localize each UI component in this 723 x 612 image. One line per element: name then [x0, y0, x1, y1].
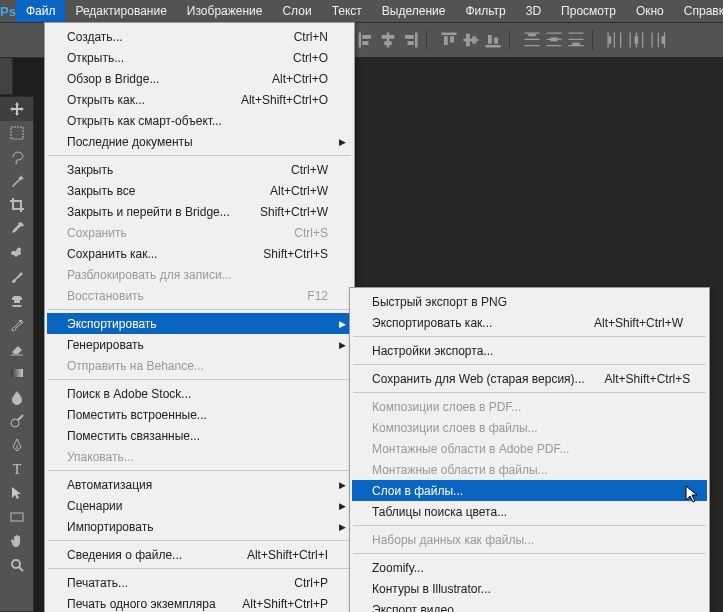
file-menu-item-21[interactable]: Поместить связанные... [47, 425, 352, 446]
file-menu-item-31[interactable]: Печать одного экземпляраAlt+Shift+Ctrl+P [47, 593, 352, 612]
distribute-left-icon[interactable] [605, 30, 625, 50]
file-menu-item-16[interactable]: Генерировать▶ [47, 334, 352, 355]
marquee-tool[interactable] [0, 121, 33, 145]
dodge-tool[interactable] [0, 409, 33, 433]
menu-layers[interactable]: Слои [272, 0, 321, 22]
menu-image[interactable]: Изображение [177, 0, 273, 22]
crop-tool[interactable] [0, 193, 33, 217]
panel-dock-handle[interactable] [0, 57, 13, 95]
file-menu-separator [48, 309, 351, 310]
file-menu-item-19[interactable]: Поиск в Adobe Stock... [47, 383, 352, 404]
file-menu-item-label: Закрыть все [67, 184, 250, 198]
file-menu-item-4[interactable]: Открыть как смарт-объект... [47, 110, 352, 131]
distribute-bottom-icon[interactable] [566, 30, 586, 50]
type-tool[interactable]: T [0, 457, 33, 481]
eraser-tool[interactable] [0, 337, 33, 361]
file-menu-item-25[interactable]: Сценарии▶ [47, 495, 352, 516]
export-menu-item-0[interactable]: Быстрый экспорт в PNG [352, 291, 707, 312]
zoom-tool[interactable] [0, 553, 33, 577]
svg-rect-9 [442, 33, 457, 36]
export-menu-item-3[interactable]: Настройки экспорта... [352, 340, 707, 361]
svg-rect-29 [572, 43, 580, 46]
file-menu-item-7[interactable]: ЗакрытьCtrl+W [47, 159, 352, 180]
file-menu-item-shortcut: F12 [307, 289, 328, 303]
distribute-vcenter-icon[interactable] [544, 30, 564, 50]
move-tool[interactable] [0, 97, 33, 121]
gradient-tool[interactable] [0, 361, 33, 385]
file-menu-item-2[interactable]: Обзор в Bridge...Alt+Ctrl+O [47, 68, 352, 89]
pen-tool[interactable] [0, 433, 33, 457]
file-menu-item-3[interactable]: Открыть как...Alt+Shift+Ctrl+O [47, 89, 352, 110]
file-menu-item-10: СохранитьCtrl+S [47, 222, 352, 243]
export-menu-item-18[interactable]: Экспорт видео... [352, 599, 707, 612]
export-menu-item-11[interactable]: Слои в файлы... [352, 480, 707, 501]
menu-window[interactable]: Окно [626, 0, 674, 22]
align-center-h-icon[interactable] [378, 30, 398, 50]
file-menu-item-shortcut: Shift+Ctrl+S [263, 247, 328, 261]
distribute-hcenter-icon[interactable] [627, 30, 647, 50]
file-menu-item-8[interactable]: Закрыть всеAlt+Ctrl+W [47, 180, 352, 201]
export-menu-item-7: Композиции слоев в PDF... [352, 396, 707, 417]
file-menu-item-5[interactable]: Последние документы▶ [47, 131, 352, 152]
file-menu-item-label: Последние документы [67, 135, 328, 149]
magic-wand-tool[interactable] [0, 169, 33, 193]
healing-brush-tool[interactable] [0, 241, 33, 265]
blur-tool[interactable] [0, 385, 33, 409]
file-menu-item-0[interactable]: Создать...Ctrl+N [47, 26, 352, 47]
hand-tool[interactable] [0, 529, 33, 553]
lasso-tool[interactable] [0, 145, 33, 169]
export-menu-item-17[interactable]: Контуры в Illustrator... [352, 578, 707, 599]
export-menu-item-16[interactable]: Zoomify... [352, 557, 707, 578]
export-menu-separator [353, 392, 706, 393]
rectangle-tool[interactable] [0, 505, 33, 529]
submenu-arrow-icon: ▶ [339, 522, 346, 532]
file-menu-item-label: Экспортировать [67, 317, 328, 331]
distribute-top-icon[interactable] [522, 30, 542, 50]
menu-view[interactable]: Просмотр [551, 0, 626, 22]
app-logo: Ps [0, 0, 16, 22]
export-menu-item-label: Таблицы поиска цвета... [372, 505, 683, 519]
distribute-right-icon[interactable] [649, 30, 669, 50]
menu-file[interactable]: Файл [16, 0, 66, 22]
menu-help[interactable]: Справка [674, 0, 723, 22]
align-top-icon[interactable] [439, 30, 459, 50]
svg-rect-7 [405, 35, 414, 39]
svg-rect-39 [658, 33, 659, 48]
align-left-icon[interactable] [356, 30, 376, 50]
brush-tool[interactable] [0, 265, 33, 289]
file-menu-item-17: Отправить на Behance... [47, 355, 352, 376]
file-menu-item-26[interactable]: Импортировать▶ [47, 516, 352, 537]
file-menu-item-label: Поиск в Adobe Stock... [67, 387, 328, 401]
menu-type[interactable]: Текст [322, 0, 372, 22]
menu-3d[interactable]: 3D [516, 0, 551, 22]
export-menu-item-12[interactable]: Таблицы поиска цвета... [352, 501, 707, 522]
path-selection-tool[interactable] [0, 481, 33, 505]
file-menu-item-30[interactable]: Печатать...Ctrl+P [47, 572, 352, 593]
history-brush-tool[interactable] [0, 313, 33, 337]
menu-select[interactable]: Выделение [372, 0, 456, 22]
align-right-icon[interactable] [400, 30, 420, 50]
file-menu-item-label: Отправить на Behance... [67, 359, 328, 373]
svg-rect-27 [569, 39, 584, 40]
align-center-v-icon[interactable] [461, 30, 481, 50]
menu-edit[interactable]: Редактирование [65, 0, 176, 22]
file-menu-item-label: Разблокировать для записи... [67, 268, 328, 282]
clone-stamp-tool[interactable] [0, 289, 33, 313]
file-menu-item-9[interactable]: Закрыть и перейти в Bridge...Shift+Ctrl+… [47, 201, 352, 222]
svg-rect-12 [464, 39, 479, 42]
file-menu-item-28[interactable]: Сведения о файле...Alt+Shift+Ctrl+I [47, 544, 352, 565]
export-menu-item-1[interactable]: Экспортировать как...Alt+Shift+Ctrl+W [352, 312, 707, 333]
menu-filter[interactable]: Фильтр [455, 0, 515, 22]
file-menu-item-20[interactable]: Поместить встроенные... [47, 404, 352, 425]
file-menu-item-label: Открыть как... [67, 93, 221, 107]
file-menu-item-11[interactable]: Сохранить как...Shift+Ctrl+S [47, 243, 352, 264]
align-bottom-icon[interactable] [483, 30, 503, 50]
export-dropdown: Быстрый экспорт в PNGЭкспортировать как.… [349, 287, 710, 612]
svg-rect-31 [614, 33, 615, 48]
file-menu-item-15[interactable]: Экспортировать▶ [47, 313, 352, 334]
file-menu-item-label: Закрыть [67, 163, 271, 177]
export-menu-item-5[interactable]: Сохранить для Web (старая версия)...Alt+… [352, 368, 707, 389]
eyedropper-tool[interactable] [0, 217, 33, 241]
file-menu-item-1[interactable]: Открыть...Ctrl+O [47, 47, 352, 68]
file-menu-item-24[interactable]: Автоматизация▶ [47, 474, 352, 495]
